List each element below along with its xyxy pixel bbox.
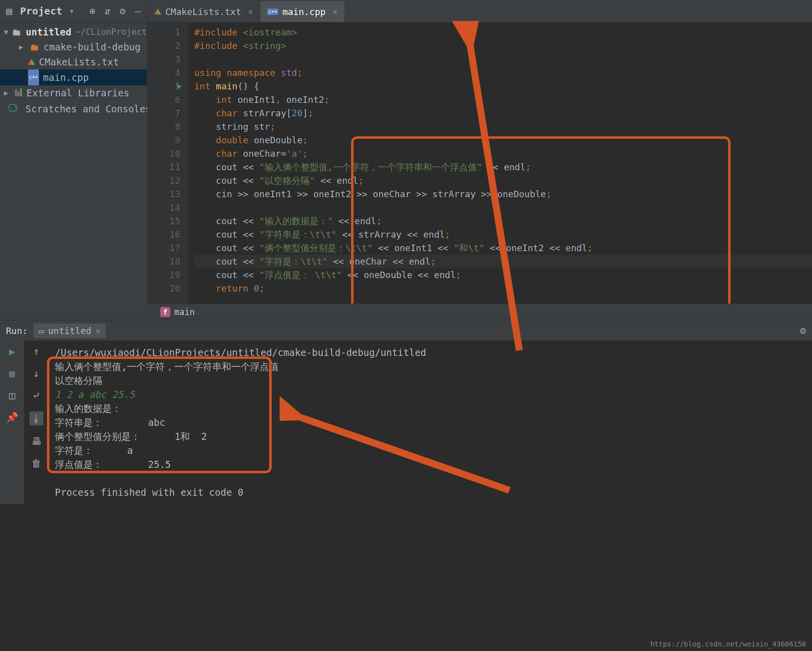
function-icon: f bbox=[160, 307, 170, 317]
gear-icon[interactable]: ⚙ bbox=[118, 5, 126, 17]
project-root-path: ~/CLionProjects bbox=[75, 24, 152, 39]
tree-file-main[interactable]: c++ main.cpp bbox=[0, 69, 147, 85]
editor-area: CMakeLists.txt × c++ main.cpp × 12345678… bbox=[147, 0, 812, 320]
console-output[interactable]: /Users/wuxiaodi/CLionProjects/untitled/c… bbox=[48, 340, 812, 504]
run-panel-title: Run: bbox=[6, 326, 27, 336]
scratches-label: Scratches and Consoles bbox=[25, 101, 151, 116]
main-split: ▤ Project▾ ⊕ ⇵ ⚙ — ▼🖿 untitled ~/CLionPr… bbox=[0, 0, 812, 320]
run-left-toolbar: ▶ ■ ◫ 📌 bbox=[0, 340, 24, 504]
external-libraries[interactable]: ▶ External Libraries bbox=[0, 85, 147, 100]
app-icon: ▭ bbox=[38, 326, 44, 336]
project-dropdown-icon[interactable]: ▤ bbox=[5, 5, 13, 17]
tree-folder-build[interactable]: ▶ 🖿 cmake-build-debug bbox=[0, 39, 147, 54]
watermark: https://blog.csdn.net/weixin_43606158 bbox=[650, 640, 806, 648]
scroll-end-icon[interactable]: ⭳ bbox=[29, 411, 43, 425]
line-gutter: 1234567891011121314151617181920 bbox=[147, 22, 188, 304]
expand-icon[interactable]: ⇵ bbox=[103, 5, 111, 17]
stop-icon[interactable]: ■ bbox=[9, 367, 15, 379]
breadcrumb-label: main bbox=[174, 307, 195, 317]
tab-label: CMakeLists.txt bbox=[165, 6, 241, 17]
library-icon bbox=[15, 85, 22, 100]
up-icon[interactable]: ↑ bbox=[33, 345, 39, 357]
layout-icon[interactable]: ◫ bbox=[9, 389, 15, 401]
tree-item-label: main.cpp bbox=[43, 70, 89, 85]
run-header: Run: ▭ untitled × ⚙ bbox=[0, 321, 812, 340]
tab-main[interactable]: c++ main.cpp × bbox=[260, 1, 345, 22]
project-sidebar: ▤ Project▾ ⊕ ⇵ ⚙ — ▼🖿 untitled ~/CLionPr… bbox=[0, 0, 147, 320]
tree-item-label: cmake-build-debug bbox=[43, 39, 140, 54]
run-body: ▶ ■ ◫ 📌 ↑ ↓ ⤶ ⭳ 🖶 🗑 /Users/wuxiaodi/CLio… bbox=[0, 340, 812, 504]
project-root-name: untitled bbox=[25, 24, 71, 39]
close-icon[interactable]: × bbox=[95, 326, 101, 336]
gear-icon[interactable]: ⚙ bbox=[800, 325, 806, 336]
hide-icon[interactable]: — bbox=[134, 5, 142, 17]
run-config-label: untitled bbox=[48, 326, 91, 336]
breadcrumb[interactable]: f main bbox=[147, 304, 812, 320]
wrap-icon[interactable]: ⤶ bbox=[32, 389, 40, 401]
project-toolbar-label[interactable]: Project bbox=[20, 5, 62, 17]
pin-icon[interactable]: 📌 bbox=[6, 411, 18, 423]
run-gutter-icon[interactable]: ▶ bbox=[177, 81, 182, 90]
target-icon[interactable]: ⊕ bbox=[88, 5, 96, 17]
cmake-icon bbox=[28, 59, 35, 65]
tab-cmakelists[interactable]: CMakeLists.txt × bbox=[147, 1, 260, 22]
cmake-icon bbox=[154, 8, 161, 14]
scratches[interactable]: 🖵▸ Scratches and Consoles bbox=[0, 100, 147, 117]
run-left-toolbar-2: ↑ ↓ ⤶ ⭳ 🖶 🗑 bbox=[24, 340, 48, 504]
project-root[interactable]: ▼🖿 untitled ~/CLionProjects bbox=[0, 24, 147, 39]
close-icon[interactable]: × bbox=[333, 7, 338, 16]
project-toolbar: ▤ Project▾ ⊕ ⇵ ⚙ — bbox=[0, 0, 147, 22]
print-icon[interactable]: 🖶 bbox=[31, 435, 41, 447]
trash-icon[interactable]: 🗑 bbox=[31, 457, 41, 469]
editor-tabs: CMakeLists.txt × c++ main.cpp × bbox=[147, 0, 812, 22]
close-icon[interactable]: × bbox=[248, 7, 253, 16]
scratch-icon: 🖵▸ bbox=[8, 100, 20, 117]
run-panel: Run: ▭ untitled × ⚙ ▶ ■ ◫ 📌 ↑ ↓ ⤶ ⭳ 🖶 🗑 … bbox=[0, 320, 812, 504]
code-editor[interactable]: 1234567891011121314151617181920 ▶ #inclu… bbox=[147, 22, 812, 304]
tree-file-cmake[interactable]: CMakeLists.txt bbox=[0, 54, 147, 69]
cpp-icon: c++ bbox=[267, 8, 278, 15]
external-libraries-label: External Libraries bbox=[26, 85, 129, 100]
rerun-icon[interactable]: ▶ bbox=[9, 345, 15, 357]
code-content[interactable]: #include <iostream>#include <string> usi… bbox=[188, 22, 812, 304]
tab-label: main.cpp bbox=[282, 6, 326, 17]
down-icon[interactable]: ↓ bbox=[33, 367, 39, 379]
run-config-tab[interactable]: ▭ untitled × bbox=[33, 324, 105, 338]
cpp-icon: c++ bbox=[28, 69, 39, 85]
tree-item-label: CMakeLists.txt bbox=[39, 54, 119, 69]
project-tree[interactable]: ▼🖿 untitled ~/CLionProjects ▶ 🖿 cmake-bu… bbox=[0, 22, 147, 119]
